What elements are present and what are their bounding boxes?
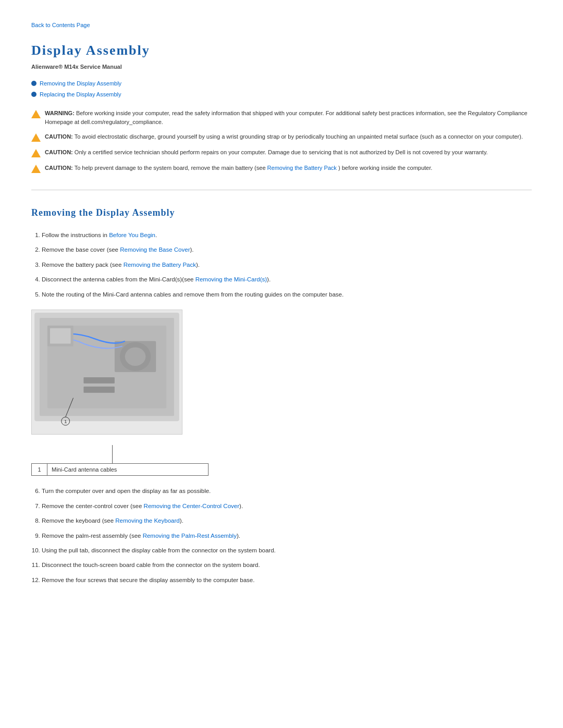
center-control-link[interactable]: Removing the Center-Control Cover [144, 503, 239, 509]
diagram-section: 1 1 Mini-Card antenna cables [31, 310, 532, 476]
step-5: Note the routing of the Mini-Card antenn… [42, 290, 532, 299]
caution-icon-1 [31, 133, 41, 142]
step-1: Follow the instructions in Before You Be… [42, 230, 532, 240]
palm-rest-link[interactable]: Removing the Palm-Rest Assembly [143, 533, 237, 539]
steps-list-after-image: Turn the computer over and open the disp… [42, 486, 532, 585]
label-table-row: 1 Mini-Card antenna cables [32, 463, 209, 476]
svg-point-5 [125, 347, 146, 366]
svg-rect-7 [83, 387, 115, 393]
label-description: Mini-Card antenna cables [47, 463, 209, 476]
warning-notice: WARNING: Before working inside your comp… [31, 109, 532, 126]
before-you-begin-link[interactable]: Before You Begin [109, 232, 155, 238]
step-7: Remove the center-control cover (see Rem… [42, 501, 532, 511]
caution-text-1: CAUTION: To avoid electrostatic discharg… [45, 132, 523, 142]
svg-text:1: 1 [64, 418, 67, 424]
toc-section: Removing the Display Assembly Replacing … [31, 79, 532, 98]
svg-rect-9 [50, 328, 71, 344]
diagram-label-table: 1 Mini-Card antenna cables [31, 463, 209, 476]
battery-link-notice[interactable]: Removing the Battery Pack [267, 165, 337, 171]
svg-rect-6 [83, 377, 115, 384]
step-4: Disconnect the antenna cables from the M… [42, 275, 532, 284]
diagram-vertical-line [112, 445, 113, 463]
step-6: Turn the computer over and open the disp… [42, 486, 532, 496]
warning-text: WARNING: Before working inside your comp… [45, 109, 532, 126]
caution-notice-1: CAUTION: To avoid electrostatic discharg… [31, 132, 532, 142]
step-9: Remove the palm-rest assembly (see Remov… [42, 531, 532, 540]
step-10: Using the pull tab, disconnect the displ… [42, 546, 532, 555]
caution-icon-2 [31, 149, 41, 157]
page-title: Display Assembly [31, 40, 532, 60]
step-3: Remove the battery pack (see Removing th… [42, 260, 532, 269]
toc-bullet-icon [31, 81, 36, 86]
toc-bullet-icon [31, 92, 36, 97]
toc-link-replacing[interactable]: Replacing the Display Assembly [40, 90, 121, 99]
label-number: 1 [32, 463, 47, 476]
computer-diagram-image: 1 [31, 310, 182, 435]
toc-item-replacing: Replacing the Display Assembly [31, 90, 532, 99]
removing-section-title: Removing the Display Assembly [31, 206, 532, 220]
caution-notice-2: CAUTION: Only a certified service techni… [31, 148, 532, 157]
step-2: Remove the base cover (see Removing the … [42, 245, 532, 254]
caution-notice-3: CAUTION: To help prevent damage to the s… [31, 164, 532, 173]
caution-icon-3 [31, 165, 41, 173]
toc-item-removing: Removing the Display Assembly [31, 79, 532, 88]
caution-text-3: CAUTION: To help prevent damage to the s… [45, 164, 432, 173]
battery-pack-link-step3[interactable]: Removing the Battery Pack [124, 262, 196, 268]
warning-icon [31, 110, 41, 118]
notices-section: WARNING: Before working inside your comp… [31, 109, 532, 190]
base-cover-link[interactable]: Removing the Base Cover [120, 246, 190, 253]
mini-card-link[interactable]: Removing the Mini-Card(s) [195, 276, 267, 282]
step-11: Disconnect the touch-screen board cable … [42, 560, 532, 570]
step-12: Remove the four screws that secure the d… [42, 575, 532, 585]
caution-text-2: CAUTION: Only a certified service techni… [45, 148, 488, 157]
keyboard-link[interactable]: Removing the Keyboard [115, 517, 179, 524]
step-8: Remove the keyboard (see Removing the Ke… [42, 516, 532, 525]
toc-link-removing[interactable]: Removing the Display Assembly [40, 79, 121, 88]
page-subtitle: Alienware® M14x Service Manual [31, 63, 532, 71]
back-to-contents-link[interactable]: Back to Contents Page [31, 21, 532, 30]
steps-list: Follow the instructions in Before You Be… [42, 230, 532, 299]
